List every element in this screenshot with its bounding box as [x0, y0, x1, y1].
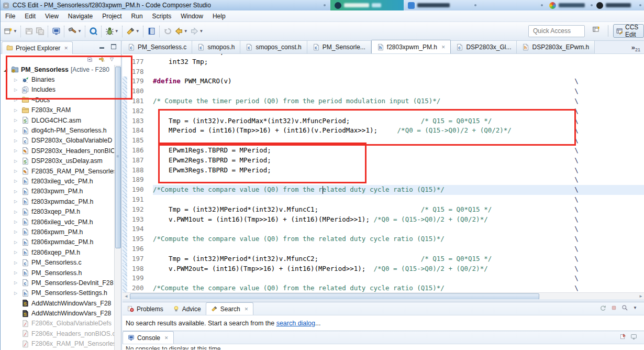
- tab-search[interactable]: Search✕: [206, 302, 254, 315]
- expander-icon[interactable]: ▷: [14, 128, 21, 133]
- expander-icon[interactable]: ▷: [14, 199, 21, 204]
- tab-console[interactable]: Console ✕: [123, 331, 174, 344]
- open-view-button[interactable]: [146, 25, 157, 37]
- collapse-all-icon[interactable]: [87, 56, 94, 63]
- tree-item[interactable]: ⁄F2806x_Headers_nonBIOS.c: [1, 329, 121, 338]
- display-console-icon[interactable]: [630, 333, 637, 340]
- tree-item[interactable]: ▷hf2803xqep_PM.h: [1, 206, 121, 216]
- expander-icon[interactable]: ▷: [14, 270, 21, 275]
- new-window-button[interactable]: ▼: [3, 25, 18, 37]
- expander-icon[interactable]: ◢: [4, 67, 11, 72]
- editor-tab-pm-sensorless-c[interactable]: cPM_Sensorless.c: [123, 41, 192, 53]
- expander-icon[interactable]: ▷: [14, 250, 21, 255]
- search-history-icon[interactable]: [621, 304, 628, 311]
- minimize-icon[interactable]: [99, 43, 105, 49]
- tree-item[interactable]: ▷Binaries: [1, 74, 121, 84]
- menu-navigate[interactable]: Navigate: [63, 12, 97, 21]
- tree-item[interactable]: ▷hf2806xileg_vdc_PM.h: [1, 217, 121, 227]
- overlay-taskbar-item[interactable]: [549, 0, 585, 10]
- tree-item[interactable]: ▷✎DSP2803x_Headers_nonBIC: [1, 146, 121, 156]
- chevron-down-icon[interactable]: ▼: [115, 29, 119, 34]
- scrollbar-thumb[interactable]: [115, 67, 121, 248]
- chevron-down-icon[interactable]: ▼: [184, 29, 188, 34]
- tree-item[interactable]: ▷✎F28035_RAM_PM_Sensorles: [1, 166, 121, 176]
- expander-icon[interactable]: ▷: [14, 148, 21, 153]
- close-icon[interactable]: ✕: [164, 335, 169, 341]
- editor-tab-dsp2803x-epwm-h[interactable]: hDSP2803x_EPwm.h: [517, 41, 595, 53]
- menu-view[interactable]: View: [40, 12, 63, 21]
- expander-icon[interactable]: ▷: [14, 108, 21, 113]
- tree-item[interactable]: ⁄F2806x_GlobalVariableDefs: [1, 319, 121, 329]
- tree-item[interactable]: ▷cPM_Sensorless.c: [1, 257, 121, 267]
- chevron-down-icon[interactable]: ▼: [13, 29, 17, 34]
- overlay-taskbar-item[interactable]: [596, 0, 631, 10]
- chevron-down-icon[interactable]: ▼: [136, 29, 140, 34]
- tree-item[interactable]: ▷F2803x_RAM: [1, 105, 121, 115]
- chevron-down-icon[interactable]: ▼: [77, 29, 82, 34]
- overlay-recorder-chip[interactable]: [330, 0, 404, 10]
- open-console-icon[interactable]: [619, 333, 626, 340]
- quick-access-input[interactable]: Quick Access: [528, 25, 585, 37]
- editor-hscrollbar[interactable]: ◄ ►: [123, 292, 644, 299]
- last-edit-button[interactable]: [162, 25, 173, 37]
- scroll-left-icon[interactable]: ◄: [124, 294, 128, 299]
- expander-icon[interactable]: ▷: [14, 88, 21, 92]
- overlay-taskbar-item[interactable]: [408, 0, 450, 10]
- tree-item[interactable]: ▷hf2806xpwmdac_PM.h: [1, 237, 121, 247]
- back-button[interactable]: ▼: [173, 25, 189, 37]
- link-with-editor-icon[interactable]: [98, 56, 105, 63]
- tree-item[interactable]: ▷hdlog4ch-PM_Sensorless.h: [1, 125, 121, 135]
- code-editor[interactable]: 176 int16 MPeriod;177 int32 Tmp;178179#d…: [123, 54, 644, 292]
- tree-item[interactable]: ▷SDSP2803x_usDelay.asm: [1, 156, 121, 166]
- expander-icon[interactable]: ▷: [14, 229, 21, 234]
- tree-item[interactable]: ⁄F2806x_RAM_PM_Sensorles: [1, 339, 121, 349]
- editor-tab-f2803xpwm-pm-h[interactable]: hf2803xpwm_PM.h✕: [371, 40, 451, 53]
- expander-icon[interactable]: ▷: [14, 260, 21, 265]
- tree-item[interactable]: ▷hf2803xpwm_PM.h: [1, 187, 121, 196]
- expander-icon[interactable]: ▷: [14, 118, 21, 123]
- tab-problems[interactable]: Problems: [123, 303, 168, 315]
- tree-item[interactable]: ▷hf2806xqep_PM.h: [1, 247, 121, 257]
- chevron-down-icon[interactable]: ▼: [633, 305, 637, 310]
- run-search-again-icon[interactable]: [599, 304, 606, 311]
- close-icon[interactable]: ✕: [441, 45, 446, 50]
- debug-button[interactable]: [88, 25, 99, 37]
- bug-button[interactable]: ▼: [104, 25, 120, 37]
- open-perspective-button[interactable]: [592, 25, 601, 34]
- maximize-icon[interactable]: [110, 43, 117, 49]
- expander-icon[interactable]: ▷: [14, 159, 21, 163]
- ccs-edit-perspective-button[interactable]: CCS Edit: [613, 24, 644, 38]
- expander-icon[interactable]: ▷: [14, 189, 21, 194]
- menu-run[interactable]: Run: [127, 12, 148, 21]
- expander-icon[interactable]: ▷: [14, 210, 21, 214]
- expander-icon[interactable]: ▷: [14, 97, 21, 102]
- explorer-scrollbar[interactable]: [114, 65, 121, 350]
- tree-item[interactable]: ▷~Docs: [1, 95, 121, 105]
- tree-item[interactable]: SAddWatchWindowVars_F28: [1, 298, 121, 308]
- save-button[interactable]: [24, 25, 35, 37]
- tab-project-explorer[interactable]: Project Explorer ✕: [2, 41, 73, 54]
- expander-icon[interactable]: ▷: [14, 169, 21, 173]
- editor-tab-dsp2803x-gl-[interactable]: cDSP2803x_Gl...: [451, 41, 517, 53]
- tree-item[interactable]: ▷cDSP2803x_GlobalVariableD: [1, 136, 121, 146]
- menu-help[interactable]: Help: [208, 12, 230, 21]
- chevron-down-icon[interactable]: ▼: [199, 29, 204, 34]
- menu-edit[interactable]: Edit: [20, 12, 40, 21]
- expander-icon[interactable]: ▷: [14, 291, 21, 296]
- cancel-search-icon[interactable]: [610, 304, 617, 311]
- expander-icon[interactable]: ▷: [14, 78, 21, 82]
- forward-button[interactable]: ▼: [189, 25, 205, 37]
- editor-tab-smopos-const-h[interactable]: csmopos_const.h: [240, 41, 307, 53]
- expander-icon[interactable]: ▷: [14, 280, 21, 285]
- tree-item[interactable]: ▷hPM_Sensorless.h: [1, 268, 121, 278]
- tree-item[interactable]: ▷hf2803xpwmdac_PM.h: [1, 196, 121, 206]
- menu-scripts[interactable]: Scripts: [148, 12, 176, 21]
- tree-item[interactable]: ◢PM_Sensorless[Active - F280: [1, 64, 121, 74]
- expander-icon[interactable]: ▷: [14, 138, 21, 143]
- tree-item[interactable]: SAddWatchWindowVars_F28: [1, 308, 121, 318]
- tree-item[interactable]: ▷SDLOG4CHC.asm: [1, 115, 121, 125]
- tab-advice[interactable]: Advice: [168, 303, 206, 315]
- editor-tab-pm-sensorle-[interactable]: cPM_Sensorle...: [307, 41, 371, 53]
- expander-icon[interactable]: ▷: [14, 240, 21, 245]
- tree-item[interactable]: ▷hPM_Sensorless-Settings.h: [1, 288, 121, 298]
